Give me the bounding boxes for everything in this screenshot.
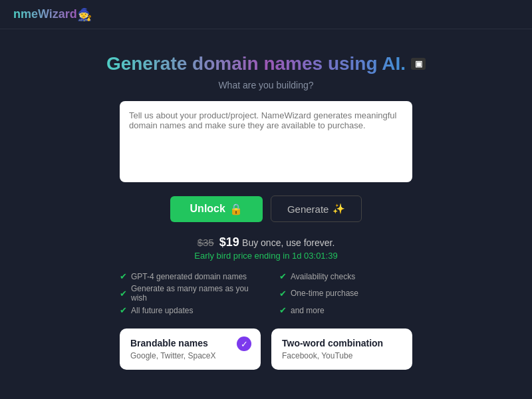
feature-item: ✔ GPT-4 generated domain names (120, 271, 253, 281)
brandable-card[interactable]: Brandable names Google, Twitter, SpaceX … (120, 329, 261, 370)
early-bird-text: Early bird price ending in 1d 03:01:39 (194, 251, 337, 261)
textarea-wrapper (120, 101, 412, 182)
check-icon: ✔ (279, 289, 287, 299)
features-list: ✔ GPT-4 generated domain names ✔ Availab… (120, 271, 412, 315)
check-icon: ✔ (120, 289, 127, 299)
selected-checkmark: ✓ (237, 336, 251, 351)
generate-button[interactable]: Generate ✨ (271, 196, 362, 222)
feature-item: ✔ Availability checks (279, 271, 412, 281)
brandable-card-title: Brandable names (130, 338, 250, 348)
cards-row: Brandable names Google, Twitter, SpaceX … (120, 329, 412, 370)
new-price: $19 (219, 235, 239, 249)
brandable-card-subtitle: Google, Twitter, SpaceX (130, 351, 250, 360)
hero-title: Generate domain names using AI. ▣ (106, 53, 426, 74)
brand-emoji: 🧙 (77, 7, 92, 22)
hero-title-text: Generate domain names using AI. (106, 53, 406, 74)
sparkle-icon: ✨ (332, 203, 345, 215)
hero-subtitle: What are you building? (218, 80, 313, 90)
button-row: Unlock 🔒 Generate ✨ (170, 196, 362, 222)
feature-label: Availability checks (291, 272, 355, 281)
check-icon: ✔ (279, 271, 287, 281)
check-icon: ✔ (120, 271, 127, 281)
feature-label: and more (291, 306, 325, 315)
feature-item: ✔ One-time purchase (279, 284, 412, 303)
feature-item: ✔ All future updates (120, 305, 253, 315)
project-description-input[interactable] (122, 104, 410, 177)
generate-label: Generate (287, 203, 329, 215)
main-content: Generate domain names using AI. ▣ What a… (0, 29, 532, 370)
combination-card[interactable]: Two-word combination Facebook, YouTube (271, 329, 412, 370)
price-description: Buy once, use forever. (242, 237, 334, 248)
brand-text: meWizard (21, 7, 77, 21)
pricing-line: $35 $19 Buy once, use forever. (198, 235, 335, 249)
brand-logo[interactable]: nmeWizard (13, 7, 77, 21)
feature-label: GPT-4 generated domain names (131, 272, 247, 281)
pricing-section: $35 $19 Buy once, use forever. Early bir… (194, 235, 337, 261)
old-price: $35 (198, 237, 214, 248)
check-icon: ✔ (120, 305, 127, 315)
unlock-label: Unlock (190, 203, 225, 215)
combination-card-title: Two-word combination (282, 338, 402, 348)
navbar: nmeWizard 🧙 (0, 0, 532, 29)
lock-icon: 🔒 (229, 203, 243, 215)
feature-label: All future updates (131, 306, 193, 315)
feature-item: ✔ Generate as many names as you wish (120, 284, 253, 303)
feature-label: One-time purchase (291, 289, 358, 298)
check-icon: ✔ (279, 305, 287, 315)
feature-label: Generate as many names as you wish (131, 284, 253, 303)
combination-card-subtitle: Facebook, YouTube (282, 351, 402, 360)
unlock-button[interactable]: Unlock 🔒 (170, 196, 263, 222)
feature-item: ✔ and more (279, 305, 412, 315)
terminal-icon: ▣ (411, 58, 426, 70)
